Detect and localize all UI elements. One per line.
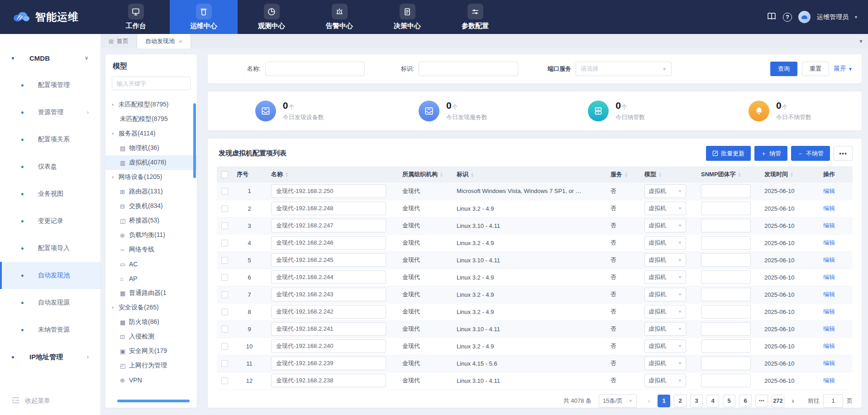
name-input[interactable]: [271, 357, 386, 370]
sidebar-item[interactable]: 业务视图: [0, 180, 100, 208]
name-input[interactable]: [271, 219, 386, 232]
row-checkbox[interactable]: [221, 205, 228, 212]
model-select[interactable]: 虚拟机 ▼: [644, 339, 686, 353]
sidebar-item[interactable]: 自动发现源: [0, 289, 100, 316]
tree-toggle-icon[interactable]: ▾: [112, 305, 119, 310]
edit-link[interactable]: 编辑: [823, 239, 835, 246]
column-header[interactable]: 所属组织机构▲▼: [398, 166, 452, 183]
nav-item-ops-center[interactable]: 运维中心: [170, 0, 238, 34]
sort-icons[interactable]: ▲▼: [285, 172, 288, 178]
tree-item[interactable]: ▥ 虚拟机(4078): [105, 155, 197, 170]
row-checkbox[interactable]: [221, 188, 228, 195]
model-select[interactable]: 虚拟机 ▼: [644, 270, 686, 284]
page-button[interactable]: 272: [772, 395, 784, 407]
model-select[interactable]: 虚拟机 ▼: [644, 374, 686, 387]
name-input[interactable]: [271, 202, 386, 215]
tree-item[interactable]: ▾ 未匹配模型(8795): [105, 97, 197, 112]
tree-item[interactable]: ⊕ VPN: [105, 373, 197, 387]
name-filter-input[interactable]: [265, 62, 365, 76]
name-input[interactable]: [271, 322, 386, 336]
name-input[interactable]: [271, 236, 386, 250]
row-checkbox[interactable]: [221, 326, 228, 333]
sidebar-item[interactable]: 配置项管理: [0, 72, 100, 99]
tree-item[interactable]: ▩ 防火墙(86): [105, 315, 197, 329]
model-select[interactable]: 虚拟机 ▼: [644, 202, 686, 215]
snmp-input[interactable]: [701, 305, 751, 318]
tree-item[interactable]: ⊞ 路由器(131): [105, 184, 197, 199]
tree-item[interactable]: ⊟ 交换机(834): [105, 199, 197, 213]
tree-item[interactable]: ∽ 网络专线: [105, 242, 197, 257]
edit-link[interactable]: 编辑: [823, 360, 835, 367]
nav-item-workbench[interactable]: 工作台: [102, 0, 170, 34]
expand-filters-link[interactable]: 展开 ▼: [834, 65, 853, 73]
page-button[interactable]: 4: [706, 395, 719, 407]
column-header[interactable]: 模型▲▼: [640, 166, 696, 183]
sidebar-item[interactable]: 自动发现池: [0, 262, 100, 289]
model-select[interactable]: 虚拟机 ▼: [644, 253, 686, 267]
tab-home[interactable]: ⊞ 首页: [100, 34, 137, 48]
model-select[interactable]: 虚拟机 ▼: [644, 305, 686, 318]
sidebar-item[interactable]: 未纳管资源: [0, 316, 100, 343]
name-input[interactable]: [271, 253, 386, 267]
row-checkbox[interactable]: [221, 360, 228, 367]
user-name[interactable]: 运维管理员: [817, 13, 849, 21]
name-input[interactable]: [271, 270, 386, 284]
column-header[interactable]: 序号▲▼: [232, 166, 267, 183]
close-icon[interactable]: ×: [179, 38, 182, 45]
edit-link[interactable]: 编辑: [823, 377, 835, 384]
model-select[interactable]: 虚拟机 ▼: [644, 357, 686, 370]
tree-item[interactable]: 未匹配模型(8795: [105, 112, 197, 126]
row-checkbox[interactable]: [221, 291, 228, 298]
row-checkbox[interactable]: [221, 274, 228, 281]
tree-item[interactable]: ▣ 安全网关(179: [105, 344, 197, 358]
snmp-input[interactable]: [701, 288, 751, 301]
name-input[interactable]: [271, 339, 386, 353]
sidebar-item[interactable]: CMDB ∨: [0, 44, 100, 72]
tree-toggle-icon[interactable]: ▾: [112, 131, 119, 136]
name-input[interactable]: [271, 288, 386, 301]
snmp-input[interactable]: [701, 236, 751, 250]
row-checkbox[interactable]: [221, 343, 228, 350]
sidebar-item[interactable]: 配置项关系: [0, 126, 100, 153]
docs-book-icon[interactable]: [767, 12, 777, 23]
nav-item-parameter-config[interactable]: 参数配置: [441, 0, 509, 34]
snmp-input[interactable]: [701, 357, 751, 370]
edit-link[interactable]: 编辑: [823, 291, 835, 298]
edit-link[interactable]: 编辑: [823, 222, 835, 229]
manage-button[interactable]: ＋ 纳管: [754, 146, 787, 161]
page-button[interactable]: 2: [674, 395, 687, 407]
edit-link[interactable]: 编辑: [823, 343, 835, 349]
sort-icons[interactable]: ▲▼: [790, 172, 793, 178]
column-header[interactable]: 名称▲▼: [267, 166, 398, 183]
sidebar-item[interactable]: IP地址管理 ›: [0, 343, 100, 371]
edit-link[interactable]: 编辑: [823, 188, 835, 194]
reset-button[interactable]: 重置: [802, 62, 829, 76]
edit-link[interactable]: 编辑: [823, 205, 835, 212]
tree-item[interactable]: ▾ 网络设备(1205): [105, 170, 197, 184]
page-button[interactable]: 5: [723, 395, 735, 407]
horizontal-scrollbar[interactable]: [117, 400, 190, 402]
edit-link[interactable]: 编辑: [823, 325, 835, 332]
snmp-input[interactable]: [701, 202, 751, 215]
tree-item[interactable]: ▾ 服务器(4114): [105, 126, 197, 141]
tree-item[interactable]: ◫ 桥接器(53): [105, 213, 197, 228]
tree-toggle-icon[interactable]: ▾: [112, 175, 119, 179]
column-header[interactable]: SNMP团体字▲▼: [696, 166, 760, 183]
sidebar-item[interactable]: 变更记录: [0, 208, 100, 235]
nav-item-alert-center[interactable]: 告警中心: [305, 0, 373, 34]
select-all-checkbox[interactable]: [221, 171, 228, 178]
help-icon[interactable]: ?: [783, 13, 792, 22]
model-select[interactable]: 虚拟机 ▼: [644, 219, 686, 232]
tab-auto-discovery-pool[interactable]: 自动发现池 ×: [137, 34, 191, 48]
row-checkbox[interactable]: [221, 222, 228, 229]
sidebar-item[interactable]: 配置项导入: [0, 235, 100, 262]
row-checkbox[interactable]: [221, 377, 228, 384]
page-button[interactable]: 6: [739, 395, 752, 407]
port-service-select[interactable]: 请选择 ▼: [576, 62, 672, 76]
more-actions-button[interactable]: •••: [834, 146, 853, 161]
column-header[interactable]: 标识▲▼: [452, 166, 606, 183]
tree-toggle-icon[interactable]: ▾: [112, 102, 119, 107]
page-size-select[interactable]: 15条/页 ▼: [599, 394, 637, 408]
page-button[interactable]: 3: [690, 395, 703, 407]
snmp-input[interactable]: [701, 322, 751, 336]
